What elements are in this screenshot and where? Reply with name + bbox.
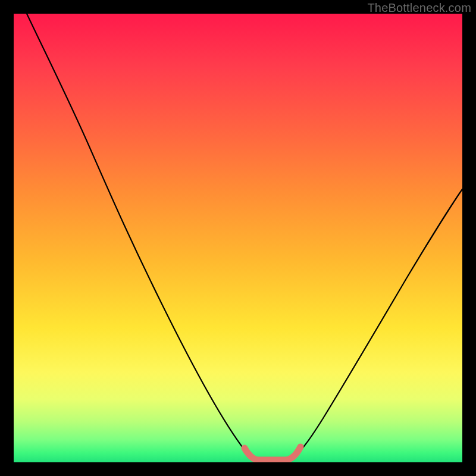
bottleneck-curve: [14, 14, 462, 462]
curve-path: [27, 14, 462, 460]
watermark-text: TheBottleneck.com: [367, 1, 471, 15]
plot-area: [14, 14, 462, 462]
tolerance-highlight: [245, 447, 300, 460]
chart-frame: TheBottleneck.com: [0, 0, 476, 476]
